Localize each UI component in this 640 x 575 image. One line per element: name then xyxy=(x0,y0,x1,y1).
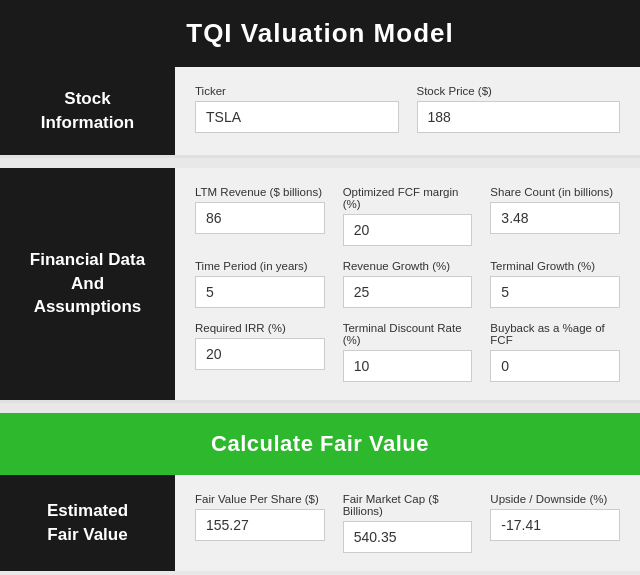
fair-market-cap-group: Fair Market Cap ($ Billions) xyxy=(343,493,473,553)
upside-downside-input[interactable] xyxy=(490,509,620,541)
terminal-discount-group: Terminal Discount Rate (%) xyxy=(343,322,473,382)
share-count-label: Share Count (in billions) xyxy=(490,186,620,198)
financial-row-2: Time Period (in years) Revenue Growth (%… xyxy=(195,260,620,308)
terminal-growth-label: Terminal Growth (%) xyxy=(490,260,620,272)
fair-market-cap-input[interactable] xyxy=(343,521,473,553)
ticker-field-group: Ticker xyxy=(195,85,399,133)
financial-section-label: Financial Data And Assumptions xyxy=(0,168,175,400)
ltm-revenue-input[interactable] xyxy=(195,202,325,234)
time-period-group: Time Period (in years) xyxy=(195,260,325,308)
share-count-input[interactable] xyxy=(490,202,620,234)
buyback-group: Buyback as a %age of FCF xyxy=(490,322,620,382)
fair-value-per-share-label: Fair Value Per Share ($) xyxy=(195,493,325,505)
app-title: TQI Valuation Model xyxy=(0,18,640,49)
revenue-growth-group: Revenue Growth (%) xyxy=(343,260,473,308)
stock-price-field-group: Stock Price ($) xyxy=(417,85,621,133)
financial-section-content: LTM Revenue ($ billions) Optimized FCF m… xyxy=(175,168,640,400)
share-count-group: Share Count (in billions) xyxy=(490,186,620,246)
results-section: Estimated Fair Value Fair Value Per Shar… xyxy=(0,475,640,571)
buyback-label: Buyback as a %age of FCF xyxy=(490,322,620,346)
stock-price-input[interactable] xyxy=(417,101,621,133)
financial-section: Financial Data And Assumptions LTM Reven… xyxy=(0,168,640,403)
fcf-margin-group: Optimized FCF margin (%) xyxy=(343,186,473,246)
upside-downside-label: Upside / Downside (%) xyxy=(490,493,620,505)
buyback-input[interactable] xyxy=(490,350,620,382)
fair-value-per-share-input[interactable] xyxy=(195,509,325,541)
calculate-button[interactable]: Calculate Fair Value xyxy=(0,413,640,475)
stock-fields-row: Ticker Stock Price ($) xyxy=(195,85,620,133)
terminal-growth-input[interactable] xyxy=(490,276,620,308)
upside-downside-group: Upside / Downside (%) xyxy=(490,493,620,553)
fcf-margin-input[interactable] xyxy=(343,214,473,246)
estimated-fair-value-label: Estimated Fair Value xyxy=(0,475,175,571)
revenue-growth-label: Revenue Growth (%) xyxy=(343,260,473,272)
terminal-discount-label: Terminal Discount Rate (%) xyxy=(343,322,473,346)
stock-information-section: Stock Information Ticker Stock Price ($) xyxy=(0,67,640,158)
required-irr-label: Required IRR (%) xyxy=(195,322,325,334)
financial-row-3: Required IRR (%) Terminal Discount Rate … xyxy=(195,322,620,382)
required-irr-group: Required IRR (%) xyxy=(195,322,325,382)
revenue-growth-input[interactable] xyxy=(343,276,473,308)
ticker-input[interactable] xyxy=(195,101,399,133)
ticker-label: Ticker xyxy=(195,85,399,97)
fair-market-cap-label: Fair Market Cap ($ Billions) xyxy=(343,493,473,517)
ltm-revenue-group: LTM Revenue ($ billions) xyxy=(195,186,325,246)
results-content: Fair Value Per Share ($) Fair Market Cap… xyxy=(175,475,640,571)
financial-row-1: LTM Revenue ($ billions) Optimized FCF m… xyxy=(195,186,620,246)
app-header: TQI Valuation Model xyxy=(0,0,640,67)
results-fields-row: Fair Value Per Share ($) Fair Market Cap… xyxy=(195,493,620,553)
stock-information-content: Ticker Stock Price ($) xyxy=(175,67,640,155)
fair-value-per-share-group: Fair Value Per Share ($) xyxy=(195,493,325,553)
fcf-margin-label: Optimized FCF margin (%) xyxy=(343,186,473,210)
terminal-growth-group: Terminal Growth (%) xyxy=(490,260,620,308)
terminal-discount-input[interactable] xyxy=(343,350,473,382)
time-period-label: Time Period (in years) xyxy=(195,260,325,272)
required-irr-input[interactable] xyxy=(195,338,325,370)
stock-price-label: Stock Price ($) xyxy=(417,85,621,97)
ltm-revenue-label: LTM Revenue ($ billions) xyxy=(195,186,325,198)
time-period-input[interactable] xyxy=(195,276,325,308)
stock-information-label: Stock Information xyxy=(0,67,175,155)
